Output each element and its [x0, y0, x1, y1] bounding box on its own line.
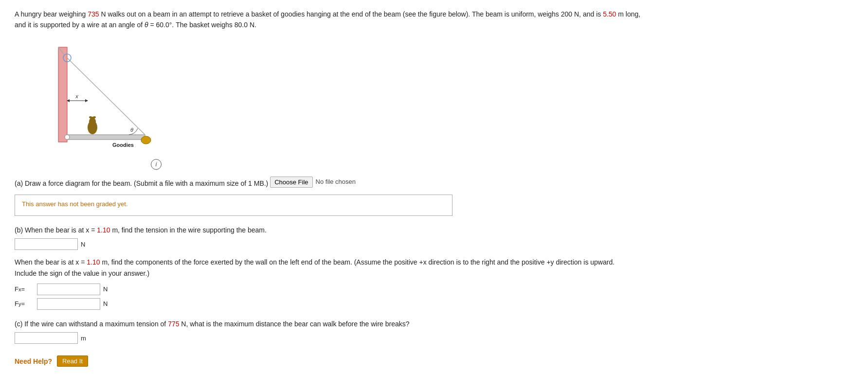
svg-point-11: [93, 116, 96, 118]
svg-text:x: x: [75, 93, 78, 99]
svg-point-14: [141, 136, 151, 144]
tension-unit: N: [81, 241, 85, 248]
svg-point-10: [89, 116, 92, 118]
c-tension-max: 775: [168, 320, 179, 328]
fx-unit: N: [103, 285, 108, 293]
part-b: (b) When the bear is at x = 1.10 m, find…: [15, 225, 744, 310]
svg-rect-1: [67, 135, 145, 140]
problem-line2: and it is supported by a wire at an angl…: [15, 21, 256, 29]
fy-unit: N: [103, 300, 108, 307]
c-input-row: m: [15, 332, 744, 344]
fx-input[interactable]: [37, 284, 100, 295]
physics-figure: x θ Goodies: [44, 37, 156, 154]
problem-intro: A hungry bear weighing: [15, 10, 88, 18]
svg-line-2: [67, 58, 145, 135]
svg-text:θ: θ: [130, 127, 133, 133]
fx-fy-area: Fx = N Fy = N: [15, 284, 744, 310]
part-c-label: (c) If the wire can withstand a maximum …: [15, 319, 744, 329]
fy-input[interactable]: [37, 298, 100, 310]
weight-value: 735: [88, 10, 99, 18]
read-it-button[interactable]: Read It: [57, 355, 88, 367]
part-b-tension-label: (b) When the bear is at x = 1.10 m, find…: [15, 225, 744, 235]
length-value: 5.50: [603, 10, 616, 18]
fx-label: Fx =: [15, 285, 34, 293]
problem-text: A hungry bear weighing 735 N walks out o…: [15, 9, 744, 31]
tension-input-row: N: [15, 238, 744, 250]
fy-row: Fy = N: [15, 298, 744, 310]
c-unit: m: [81, 335, 86, 342]
need-help-label: Need Help?: [15, 357, 52, 365]
part-b-wall-label: When the bear is at x = 1.10 m, find the…: [15, 257, 744, 279]
svg-point-15: [65, 135, 70, 140]
b-wall-x-value: 1.10: [87, 258, 100, 266]
fy-label: Fy =: [15, 300, 34, 307]
problem-cont2: m long,: [616, 10, 640, 18]
graded-status-text: This answer has not been graded yet.: [22, 200, 128, 208]
part-c: (c) If the wire can withstand a maximum …: [15, 319, 744, 344]
figure-container: x θ Goodies: [44, 37, 853, 154]
fx-row: Fx = N: [15, 284, 744, 295]
info-icon[interactable]: i: [151, 159, 162, 170]
part-a: (a) Draw a force diagram for the beam. (…: [15, 177, 744, 216]
problem-cont1: N walks out on a beam in an attempt to r…: [99, 10, 603, 18]
need-help-section: Need Help? Read It: [15, 355, 853, 367]
graded-answer-box: This answer has not been graded yet.: [15, 195, 452, 216]
b-x-value: 1.10: [97, 226, 110, 234]
c-distance-input[interactable]: [15, 332, 78, 344]
part-a-label: (a) Draw a force diagram for the beam. (…: [15, 177, 744, 192]
svg-text:Goodies: Goodies: [112, 142, 134, 148]
choose-file-button[interactable]: Choose File: [270, 177, 312, 188]
tension-input[interactable]: [15, 238, 78, 250]
no-file-text: No file chosen: [316, 177, 356, 187]
